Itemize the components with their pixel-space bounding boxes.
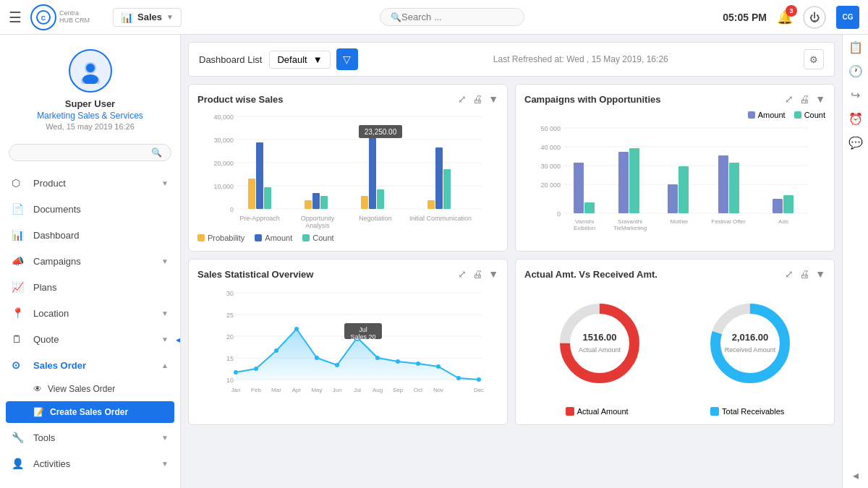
user-avatar-top[interactable]: CG — [836, 6, 859, 29]
sidebar-subitem-create-sales-order[interactable]: 📝 Create Sales Order — [6, 401, 174, 423]
search-box[interactable]: 🔍 — [380, 8, 524, 26]
legend-label: Count — [312, 234, 333, 242]
svg-rect-20 — [312, 193, 320, 209]
more-icon[interactable]: ▼ — [815, 93, 825, 105]
svg-text:Vamshi: Vamshi — [575, 218, 594, 225]
refresh-text: Last Refreshed at: Wed , 15 May 2019, 16… — [358, 54, 804, 64]
chart-amounts: Actual Amt. Vs Received Amt. ⤢ 🖨 ▼ 1516.… — [515, 259, 835, 425]
svg-point-84 — [477, 377, 481, 382]
chat-panel-icon[interactable]: 💬 — [848, 136, 863, 150]
sidebar-item-quote[interactable]: 🗒 Quote ▼ ◂ — [0, 326, 180, 352]
chart3-area: 30 25 20 15 10 — [197, 286, 498, 412]
svg-rect-54 — [783, 195, 793, 213]
sidebar-item-sales-order[interactable]: ⊙ Sales Order ▲ — [0, 352, 180, 378]
sidebar-item-label: Activities — [33, 458, 161, 469]
dashboard-dropdown[interactable]: Default ▼ — [269, 51, 330, 69]
svg-text:Sravanthi: Sravanthi — [618, 218, 642, 225]
settings-button[interactable]: ⚙ — [804, 49, 824, 69]
share-panel-icon[interactable]: ↪ — [851, 88, 860, 102]
sidebar-item-product[interactable]: ⬡ Product ▼ — [0, 170, 180, 196]
svg-rect-24 — [377, 189, 384, 209]
chart1-legend: Probability Amount Count — [197, 234, 498, 242]
chart4-header: Actual Amt. Vs Received Amt. ⤢ 🖨 ▼ — [524, 268, 825, 280]
sidebar-item-label: Documents — [33, 204, 169, 215]
location-icon: 📍 — [12, 307, 26, 319]
user-name: Super User — [7, 98, 173, 109]
svg-text:Nov: Nov — [433, 387, 443, 393]
chart3-svg: 30 25 20 15 10 — [197, 286, 498, 412]
sidebar-item-dashboard[interactable]: 📊 Dashboard — [0, 222, 180, 248]
expand-icon[interactable]: ⤢ — [785, 93, 793, 105]
legend-count: Count — [302, 234, 333, 242]
filter-button[interactable]: ▽ — [336, 48, 358, 70]
print-icon[interactable]: 🖨 — [799, 268, 809, 280]
filter-icon: ▽ — [343, 53, 351, 65]
probability-dot — [197, 234, 205, 241]
svg-rect-21 — [320, 196, 328, 209]
svg-point-82 — [436, 364, 441, 369]
chart2-header: Campaigns with Opportunities ⤢ 🖨 ▼ — [524, 93, 825, 105]
sidebar-item-activities[interactable]: 👤 Activities ▼ — [0, 450, 180, 476]
svg-text:TleMarketing: TleMarketing — [613, 225, 647, 231]
legend-actual: Actual Amount — [566, 407, 629, 416]
module-selector[interactable]: 📊 Sales ▼ — [113, 8, 182, 27]
svg-text:2,016.00: 2,016.00 — [732, 332, 769, 343]
expand-icon[interactable]: ⤢ — [458, 93, 467, 105]
more-icon[interactable]: ▼ — [488, 268, 498, 280]
svg-text:C: C — [41, 14, 46, 22]
amount-dot — [255, 234, 262, 241]
svg-text:Dec: Dec — [474, 387, 484, 393]
collapse-panel-icon[interactable]: ◂ — [853, 468, 859, 482]
svg-text:30: 30 — [226, 290, 234, 297]
expand-icon[interactable]: ⤢ — [785, 268, 793, 280]
donut-actual: 1516.00 Actual Amount — [556, 300, 643, 387]
svg-text:Oct: Oct — [414, 387, 423, 393]
sidebar-item-plans[interactable]: 📈 Plans — [0, 274, 180, 300]
search-input[interactable] — [401, 12, 503, 22]
chevron-up-icon: ▲ — [161, 361, 169, 369]
power-button[interactable]: ⏻ — [803, 6, 826, 29]
view-icon: 👁 — [33, 384, 42, 394]
print-icon[interactable]: 🖨 — [472, 268, 482, 280]
sidebar-subitem-view-sales-order[interactable]: 👁 View Sales Order — [0, 378, 180, 400]
sidebar-search-input[interactable] — [18, 147, 151, 158]
legend-amount: Amount — [255, 234, 292, 242]
more-icon[interactable]: ▼ — [815, 268, 825, 280]
legend-label: Amount — [758, 111, 786, 119]
chart2-actions: ⤢ 🖨 ▼ — [785, 93, 825, 105]
document-panel-icon[interactable]: 📋 — [848, 40, 863, 54]
svg-point-77 — [335, 363, 339, 367]
svg-rect-22 — [361, 196, 368, 209]
sidebar-menu: ⬡ Product ▼ 📄 Documents 📊 Dashboard 📣 Ca… — [0, 167, 180, 479]
more-icon[interactable]: ▼ — [488, 93, 498, 105]
svg-text:Initial Communication: Initial Communication — [409, 215, 472, 222]
svg-rect-45 — [574, 163, 584, 213]
plans-icon: 📈 — [12, 281, 26, 293]
svg-rect-46 — [584, 202, 595, 213]
alarm-panel-icon[interactable]: ⏰ — [848, 112, 863, 126]
legend-receivable: Total Receivables — [710, 407, 784, 416]
sidebar-item-documents[interactable]: 📄 Documents — [0, 196, 180, 222]
chart-product-sales: Product wise Sales ⤢ 🖨 ▼ 40,000 30,000 2… — [188, 84, 508, 252]
clock-panel-icon[interactable]: 🕐 — [848, 64, 863, 78]
sidebar-subitem-label: View Sales Order — [48, 384, 115, 394]
notification-button[interactable]: 🔔 3 — [777, 9, 793, 25]
hamburger-menu[interactable]: ☰ — [9, 9, 22, 26]
svg-text:Jan: Jan — [231, 387, 241, 393]
svg-text:Jul: Jul — [354, 387, 361, 393]
svg-point-80 — [396, 359, 400, 364]
user-role: Marketing Sales & Services — [7, 111, 173, 121]
sidebar-item-tools[interactable]: 🔧 Tools ▼ — [0, 424, 180, 450]
dashboard-grid: Product wise Sales ⤢ 🖨 ▼ 40,000 30,000 2… — [188, 84, 835, 425]
chevron-down-icon: ▼ — [161, 460, 169, 468]
print-icon[interactable]: 🖨 — [472, 93, 482, 105]
sidebar-search[interactable]: 🔍 — [9, 144, 171, 161]
sidebar-item-label: Tools — [33, 432, 161, 443]
print-icon[interactable]: 🖨 — [799, 93, 809, 105]
sidebar-item-location[interactable]: 📍 Location ▼ — [0, 300, 180, 326]
expand-icon[interactable]: ⤢ — [458, 268, 467, 280]
sidebar-item-label: Campaigns — [33, 256, 161, 267]
sidebar-item-campaigns[interactable]: 📣 Campaigns ▼ — [0, 248, 180, 274]
svg-rect-28 — [435, 147, 443, 209]
svg-rect-27 — [427, 200, 435, 209]
